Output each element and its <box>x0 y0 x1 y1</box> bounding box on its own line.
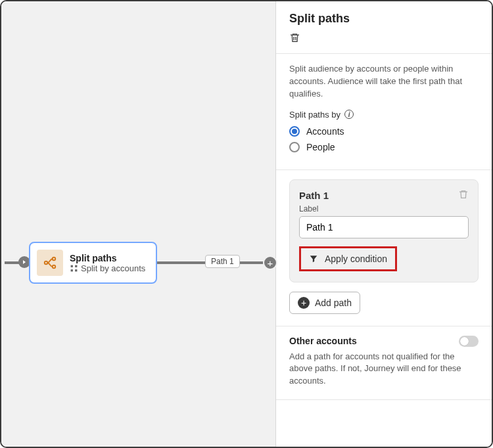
toggle-knob <box>460 337 469 346</box>
panel-header: Split paths <box>276 1 492 53</box>
filter-icon <box>309 254 318 263</box>
radio-accounts[interactable]: Accounts <box>289 126 479 137</box>
apply-condition-highlight: Apply condition <box>299 246 397 271</box>
journey-canvas[interactable]: Split paths Split by accounts Path 1 + <box>1 1 276 447</box>
panel-description: Split audience by accounts or people wit… <box>289 63 479 101</box>
node-title: Split paths <box>70 253 145 263</box>
radio-accounts-control <box>289 126 300 137</box>
panel-title: Split paths <box>289 12 479 26</box>
split-paths-node[interactable]: Split paths Split by accounts <box>29 242 157 284</box>
info-icon[interactable]: i <box>344 110 354 119</box>
node-text: Split paths Split by accounts <box>70 253 145 273</box>
radio-people[interactable]: People <box>289 142 479 152</box>
other-accounts-description: Add a path for accounts not qualified fo… <box>289 351 479 388</box>
path-1-title: Path 1 <box>299 190 329 201</box>
split-config-section: Split audience by accounts or people wit… <box>276 54 492 169</box>
radio-people-control <box>289 142 300 152</box>
add-node-button[interactable]: + <box>263 256 277 270</box>
path-label-caption: Label <box>299 204 469 213</box>
delete-node-button[interactable] <box>289 32 479 45</box>
node-subtitle-text: Split by accounts <box>81 263 145 273</box>
svg-point-2 <box>53 265 55 268</box>
accounts-mini-icon <box>70 264 78 273</box>
split-by-label-text: Split paths by <box>289 110 340 120</box>
add-path-button[interactable]: + Add path <box>289 292 360 314</box>
split-by-label: Split paths by i <box>289 110 479 120</box>
properties-panel: Split paths Split audience by accounts o… <box>276 1 492 447</box>
path-label-input[interactable] <box>299 216 469 238</box>
radio-people-label: People <box>306 142 335 152</box>
other-accounts-toggle[interactable] <box>459 336 479 347</box>
node-subtitle: Split by accounts <box>70 263 145 273</box>
path-1-card: Path 1 Label Apply condition <box>289 179 479 282</box>
plus-icon: + <box>298 297 310 309</box>
svg-rect-6 <box>75 269 77 271</box>
app-frame: Split paths Split by accounts Path 1 + S… <box>0 0 493 448</box>
apply-condition-button[interactable]: Apply condition <box>305 251 391 267</box>
other-accounts-title: Other accounts <box>289 336 357 346</box>
delete-path-button[interactable] <box>458 189 469 202</box>
svg-point-1 <box>53 258 55 260</box>
svg-rect-5 <box>71 269 73 271</box>
other-accounts-section: Other accounts Add a path for accounts n… <box>276 326 492 400</box>
svg-rect-3 <box>71 265 73 267</box>
add-path-label: Add path <box>315 298 352 308</box>
apply-condition-label: Apply condition <box>325 254 387 264</box>
radio-accounts-label: Accounts <box>306 126 344 137</box>
split-paths-node-icon <box>37 250 63 276</box>
svg-rect-4 <box>75 265 77 267</box>
svg-point-0 <box>45 261 47 264</box>
edge-path-label[interactable]: Path 1 <box>205 255 240 268</box>
